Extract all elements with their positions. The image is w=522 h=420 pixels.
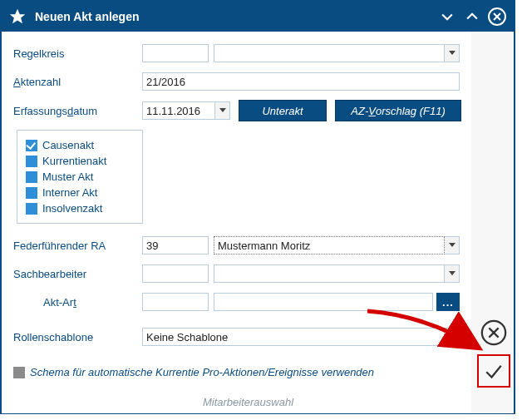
checkbox-icon	[13, 367, 25, 378]
sach-code-input[interactable]	[142, 264, 209, 283]
chevron-down-icon[interactable]	[436, 5, 459, 28]
confirm-button[interactable]	[477, 354, 510, 388]
label-aktart: Akt-Art	[13, 296, 142, 309]
chevron-down-icon[interactable]	[445, 236, 460, 254]
close-icon[interactable]	[485, 5, 509, 28]
erfassungsdatum-input[interactable]	[142, 101, 215, 120]
checkbox-icon	[26, 140, 37, 151]
side-actions	[471, 32, 514, 413]
titlebar: Neuen Akt anlegen	[2, 2, 514, 32]
row-aktart: Akt-Art ...	[13, 292, 465, 312]
rollenschablone-combo[interactable]	[142, 328, 460, 346]
svg-marker-7	[449, 271, 456, 275]
dialog-title: Neuen Akt anlegen	[35, 10, 436, 23]
label-sachbearbeiter: Sachbearbeiter	[13, 268, 142, 280]
erfassungsdatum-picker[interactable]	[142, 101, 230, 120]
chevron-down-icon[interactable]	[445, 264, 460, 283]
check-internerakt[interactable]: Interner Akt	[26, 185, 134, 200]
checkbox-icon	[26, 171, 37, 183]
label-erfassungsdatum: Erfassungsdatum	[13, 105, 142, 117]
check-causenakt[interactable]: Causenakt	[26, 137, 134, 153]
aktart-browse-button[interactable]: ...	[436, 293, 460, 311]
window-buttons	[436, 5, 514, 28]
aktenzahl-input[interactable]	[142, 72, 460, 91]
svg-marker-0	[10, 9, 25, 23]
form-content: Regelkreis Aktenzahl Erfassungsdatum Unt…	[2, 32, 471, 413]
regelkreis-text-input[interactable]	[214, 44, 445, 62]
row-erfassungsdatum: Erfassungsdatum Unterakt AZ-Vorschlag (F…	[13, 100, 465, 121]
check-musterakt[interactable]: Muster Akt	[26, 169, 134, 185]
schema-checkbox-row[interactable]: Schema für automatische Kurrentie Pro-Ak…	[13, 366, 374, 378]
svg-marker-8	[449, 334, 456, 338]
check-kurrentienakt[interactable]: Kurrentienakt	[26, 153, 134, 169]
footer-link[interactable]: Mitarbeiterauswahl	[13, 396, 483, 408]
label-regelkreis: Regelkreis	[13, 47, 142, 60]
row-aktenzahl: Aktenzahl	[13, 72, 465, 91]
akt-type-checklist: Causenakt Kurrentienakt Muster Akt Inter…	[17, 130, 143, 224]
checkbox-icon	[26, 203, 37, 215]
rollenschablone-input[interactable]	[142, 328, 445, 346]
chevron-down-icon[interactable]	[215, 101, 230, 120]
row-sachbearbeiter: Sachbearbeiter	[13, 264, 465, 284]
label-federfuehrender: Federführender RA	[13, 240, 142, 252]
row-rollenschablone: Rollenschablone	[13, 327, 465, 347]
row-federfuehrender: Federführender RA	[13, 235, 465, 255]
regelkreis-combo[interactable]	[214, 44, 460, 62]
checkbox-icon	[26, 156, 37, 167]
sach-text-input[interactable]	[214, 264, 445, 283]
svg-marker-5	[219, 108, 226, 112]
chevron-down-icon[interactable]	[445, 44, 460, 62]
label-aktenzahl: Aktenzahl	[13, 76, 142, 88]
chevron-down-icon[interactable]	[445, 328, 460, 346]
check-insolvenzakt[interactable]: Insolvenzakt	[26, 200, 134, 216]
dialog-window: Neuen Akt anlegen Regelkreis	[0, 0, 515, 414]
ra-name-combo[interactable]	[214, 236, 460, 254]
unterakt-button[interactable]: Unterakt	[239, 100, 327, 121]
sach-combo[interactable]	[214, 264, 460, 283]
ra-name-input[interactable]	[214, 236, 445, 254]
ra-code-input[interactable]	[142, 236, 209, 254]
schema-label: Schema für automatische Kurrentie Pro-Ak…	[30, 366, 374, 378]
checkbox-icon	[26, 187, 37, 199]
aktart-text-input[interactable]	[214, 293, 433, 311]
az-vorschlag-button[interactable]: AZ-Vorschlag (F11)	[335, 100, 461, 121]
svg-marker-4	[449, 51, 456, 55]
star-icon	[7, 6, 28, 27]
cancel-button[interactable]	[477, 316, 510, 349]
row-regelkreis: Regelkreis	[13, 43, 465, 63]
regelkreis-code-input[interactable]	[142, 44, 209, 62]
aktart-code-input[interactable]	[142, 293, 209, 311]
chevron-up-icon[interactable]	[460, 5, 484, 28]
label-rollenschablone: Rollenschablone	[13, 331, 142, 343]
svg-marker-6	[449, 243, 456, 247]
